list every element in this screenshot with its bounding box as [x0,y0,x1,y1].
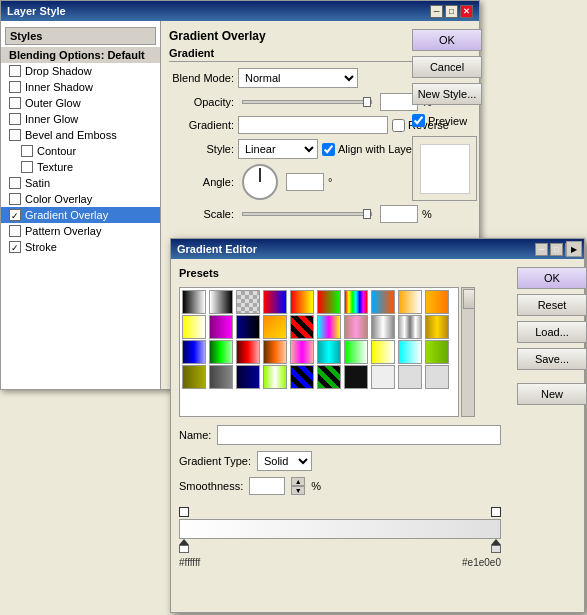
stroke-checkbox[interactable]: ✓ [9,241,21,253]
preset-dark[interactable] [344,365,368,389]
smoothness-value[interactable]: 100 [249,477,285,495]
preset-lime[interactable] [263,365,287,389]
preset-wb[interactable] [209,290,233,314]
sidebar-gradient-overlay[interactable]: ✓ Gradient Overlay [1,207,160,223]
gradient-preview[interactable] [238,116,388,134]
preset-bw[interactable] [182,290,206,314]
drop-shadow-checkbox[interactable] [9,65,21,77]
bevel-emboss-checkbox[interactable] [9,129,21,141]
smooth-step-down[interactable]: ▼ [291,486,305,495]
cancel-button[interactable]: Cancel [412,56,482,78]
preset-empty2[interactable] [425,365,449,389]
opacity-slider[interactable] [242,100,372,104]
ge-minimize-btn[interactable]: ─ [535,243,548,256]
preset-yw[interactable] [182,315,206,339]
ge-save-button[interactable]: Save... [517,348,587,370]
new-style-button[interactable]: New Style... [412,83,482,105]
sidebar-drop-shadow[interactable]: Drop Shadow [1,63,160,79]
sidebar-stroke[interactable]: ✓ Stroke [1,239,160,255]
scrollbar-thumb[interactable] [463,289,475,309]
sidebar-inner-glow[interactable]: Inner Glow [1,111,160,127]
pattern-overlay-checkbox[interactable] [9,225,21,237]
preset-blue[interactable] [182,340,206,364]
preset-green[interactable] [209,340,233,364]
inner-glow-checkbox[interactable] [9,113,21,125]
minimize-button[interactable]: ─ [430,5,443,18]
color-stop-left[interactable] [179,539,189,553]
preset-rg[interactable] [317,290,341,314]
presets-arrow[interactable]: ▶ [566,241,582,257]
color-overlay-checkbox[interactable] [9,193,21,205]
preset-orange[interactable] [263,340,287,364]
sidebar-outer-glow[interactable]: Outer Glow [1,95,160,111]
maximize-button[interactable]: □ [445,5,458,18]
texture-checkbox[interactable] [21,161,33,173]
preset-gray[interactable] [209,365,233,389]
ge-load-button[interactable]: Load... [517,321,587,343]
preset-ct[interactable] [398,340,422,364]
angle-dial[interactable] [242,164,278,200]
preset-yt[interactable] [371,340,395,364]
sidebar-bevel-emboss[interactable]: Bevel and Emboss [1,127,160,143]
sidebar-blending-options[interactable]: Blending Options: Default [1,47,160,63]
preset-rainbow[interactable] [344,290,368,314]
preset-checker[interactable] [236,290,260,314]
preview-checkbox[interactable] [412,114,425,127]
outer-glow-checkbox[interactable] [9,97,21,109]
scale-slider[interactable] [242,212,372,216]
preset-bstripe[interactable] [290,365,314,389]
opacity-stop-left[interactable] [179,507,189,517]
satin-checkbox[interactable] [9,177,21,189]
align-layer-checkbox[interactable] [322,143,335,156]
preset-lt[interactable] [344,340,368,364]
name-input[interactable]: Custom [217,425,501,445]
close-button[interactable]: ✕ [460,5,473,18]
preset-rb[interactable] [263,290,287,314]
gradient-overlay-checkbox[interactable]: ✓ [9,209,21,221]
angle-value[interactable]: 90 [286,173,324,191]
preset-night[interactable] [236,315,260,339]
blend-mode-select[interactable]: Normal Dissolve Multiply Screen [238,68,358,88]
preset-red[interactable] [236,340,260,364]
preset-silver[interactable] [398,315,422,339]
preview-checkbox-label[interactable]: Preview [412,114,471,127]
preset-copper[interactable] [344,315,368,339]
sidebar-contour[interactable]: Contour [1,143,160,159]
preset-pink[interactable] [290,340,314,364]
sidebar-color-overlay[interactable]: Color Overlay [1,191,160,207]
preset-gold[interactable] [425,315,449,339]
preset-empty1[interactable] [398,365,422,389]
style-select[interactable]: Linear Radial Angle Reflected Diamond [238,139,318,159]
preset-ry[interactable] [290,290,314,314]
inner-shadow-checkbox[interactable] [9,81,21,93]
preset-gstripe[interactable] [317,365,341,389]
sidebar-satin[interactable]: Satin [1,175,160,191]
preset-purple[interactable] [209,315,233,339]
ok-button[interactable]: OK [412,29,482,51]
preset-olive[interactable] [182,365,206,389]
preset-teal[interactable] [317,340,341,364]
preset-sp[interactable] [371,290,395,314]
opacity-stop-right[interactable] [491,507,501,517]
preset-cg[interactable] [425,340,449,364]
preset-sun[interactable] [263,315,287,339]
preset-stripe[interactable] [290,315,314,339]
ge-ok-button[interactable]: OK [517,267,587,289]
preset-neon[interactable] [317,315,341,339]
smooth-step-up[interactable]: ▲ [291,477,305,486]
preset-darkb[interactable] [236,365,260,389]
sidebar-texture[interactable]: Texture [1,159,160,175]
ge-maximize-btn[interactable]: □ [550,243,563,256]
presets-scrollbar[interactable] [461,287,475,417]
color-stop-right[interactable] [491,539,501,553]
preset-go[interactable] [425,290,449,314]
preset-chrome[interactable] [371,315,395,339]
sidebar-pattern-overlay[interactable]: Pattern Overlay [1,223,160,239]
align-layer-label[interactable]: Align with Layer [322,143,416,156]
gradient-type-select[interactable]: Solid Noise [257,451,312,471]
preset-light[interactable] [371,365,395,389]
preset-og[interactable] [398,290,422,314]
gradient-bar[interactable] [179,519,501,539]
contour-checkbox[interactable] [21,145,33,157]
ge-new-button[interactable]: New [517,383,587,405]
